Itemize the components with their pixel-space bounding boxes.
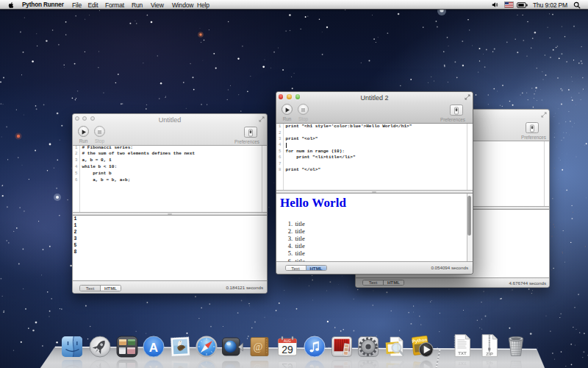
svg-text:TXT: TXT [458,361,467,366]
svg-text:@: @ [254,364,263,368]
svg-text:AUG: AUG [284,339,291,343]
svg-text:29: 29 [282,361,293,368]
svg-text:29: 29 [282,344,293,355]
svg-text:@: @ [254,342,263,353]
svg-text:TXT: TXT [458,351,467,355]
svg-text:ZIP: ZIP [486,361,492,365]
svg-text:ZIP: ZIP [486,352,492,356]
svg-text:A: A [149,363,158,368]
svg-text:A: A [149,341,158,355]
